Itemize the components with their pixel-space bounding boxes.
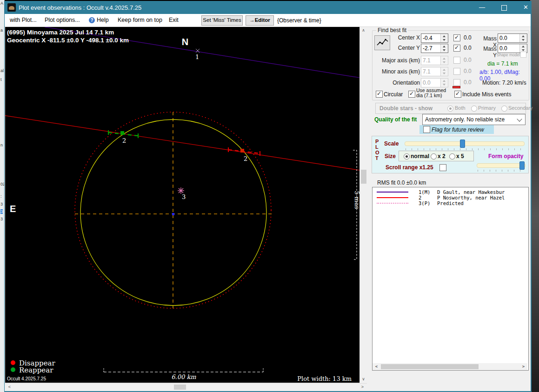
dia-text: dia = 7.1 km	[487, 60, 518, 67]
center-x-field[interactable]: -0.4	[421, 33, 448, 43]
form-opacity-slider-thumb[interactable]	[519, 161, 525, 170]
observer-time-label: {Observer & time}	[277, 17, 321, 24]
plot-vertical-scrollbar[interactable]: ∧ ∨	[359, 27, 367, 383]
major-axis-spinner	[440, 56, 448, 65]
minor-axis-field: 7.1	[421, 67, 448, 76]
observer3-name: Predicted	[437, 200, 464, 206]
chevron-down-icon	[517, 116, 522, 121]
center-y-checkbox[interactable]	[453, 45, 460, 52]
size-normal-label: normal	[411, 153, 429, 159]
mass-x-spinner[interactable]	[519, 34, 527, 42]
plot-canvas[interactable]: 1 2 2 3 5 mas	[5, 27, 359, 383]
center-x-checkbox[interactable]	[453, 34, 460, 41]
marker2b-label: 2	[244, 155, 247, 162]
horizontal-scroll-thumb[interactable]	[174, 385, 186, 390]
motion-text: Motion: 7.20 km/s	[482, 80, 526, 86]
mass-y-label: Mass Y	[480, 46, 497, 59]
help-icon[interactable]: ?	[89, 17, 95, 23]
maximize-button[interactable]	[493, 1, 514, 14]
fit-chart-button[interactable]	[374, 35, 390, 50]
minor-axis-spinner	[440, 67, 448, 76]
list-horizontal-scrollbar[interactable]: < >	[373, 363, 527, 370]
menu-with-plot[interactable]: with Plot...	[10, 17, 37, 23]
minimize-button[interactable]: —	[472, 1, 492, 14]
shape-model-label: Shape model	[497, 53, 520, 57]
scale-slider[interactable]	[405, 141, 525, 146]
center-dot	[172, 213, 174, 215]
menu-exit[interactable]: Exit	[169, 17, 179, 23]
menu-help[interactable]: Help	[97, 17, 109, 23]
circular-checkbox[interactable]	[376, 91, 383, 98]
observer1-number: 1(M)	[419, 189, 430, 195]
scale-slider-thumb[interactable]	[460, 140, 465, 148]
double-stars-secondary-radio	[501, 106, 507, 112]
plot-controls-panel: PL OT Scale Size normal x 2 x 5 Form opa…	[372, 136, 529, 173]
list-item[interactable]: 2 P Nosworthy, near Hazel	[373, 195, 528, 200]
set-miss-times-button[interactable]: Set 'Miss' Times	[201, 15, 243, 26]
marker3-label: 3	[182, 193, 186, 200]
chord-observer2	[5, 115, 359, 170]
size-normal-radio[interactable]	[404, 153, 410, 159]
menu-keep-form-on-top[interactable]: Keep form on top	[118, 17, 162, 23]
rms-fit-label: RMS fit 0.0 ±0.0 km	[377, 179, 426, 186]
list-scroll-thumb[interactable]	[381, 364, 479, 369]
include-miss-events-checkbox[interactable]	[454, 91, 461, 98]
scroll-down-icon[interactable]: ∨	[360, 376, 367, 383]
major-axis-sigma: 0.0	[464, 57, 472, 63]
observer1-line-swatch	[377, 192, 408, 193]
center-y-spinner[interactable]	[440, 44, 448, 53]
size-x2-radio[interactable]	[431, 153, 437, 159]
scroll-left-icon[interactable]: <	[6, 384, 13, 391]
list-item[interactable]: 3(P) Predicted	[373, 200, 528, 206]
list-scroll-left-icon[interactable]: <	[373, 363, 380, 370]
observer3-line-swatch	[377, 203, 408, 204]
orientation-checkbox	[453, 79, 460, 86]
compass-north-label: N	[182, 37, 188, 47]
list-scroll-right-icon[interactable]: >	[520, 363, 527, 370]
disappear-legend-dot	[11, 360, 15, 365]
chart-icon	[375, 36, 389, 49]
editor-button[interactable]: →Editor	[246, 15, 274, 26]
line-color-indicator	[452, 86, 460, 88]
menu-plot-options[interactable]: Plot options...	[45, 17, 80, 23]
double-stars-secondary-label: Secondary	[508, 105, 533, 111]
scale-bar-label: 6.00 km	[171, 373, 196, 380]
list-item[interactable]: 1(M) D Gault, near Hawkesbur	[373, 189, 528, 195]
mas-scale-label: 5 mas	[353, 191, 359, 209]
background-text-fragment: t	[0, 77, 2, 82]
size-x5-radio[interactable]	[449, 153, 455, 159]
scroll-range-checkbox[interactable]	[439, 164, 446, 171]
shape-model-checkbox[interactable]	[520, 52, 526, 58]
plot-width-label: Plot width: 13 km	[297, 375, 352, 382]
major-axis-checkbox	[453, 57, 460, 64]
observer2-name: P Nosworthy, near Hazel	[437, 195, 505, 200]
window-title: Plot event observations : Occult v.4.202…	[19, 4, 141, 11]
quality-dropdown[interactable]: Astrometry only. No reliable size	[422, 114, 526, 125]
double-stars-both-radio	[447, 106, 453, 112]
title-bar[interactable]: Plot event observations : Occult v.4.202…	[5, 1, 531, 14]
use-assumed-dia-label: Use assumed dia (7.1 km)	[416, 88, 446, 98]
minor-axis-sigma: 0.0	[464, 68, 472, 74]
app-window: Plot event observations : Occult v.4.202…	[4, 1, 532, 392]
vertical-scroll-thumb[interactable]	[361, 170, 366, 184]
background-text-fragment: :	[0, 194, 2, 199]
mass-x-field[interactable]: 0.0	[498, 33, 527, 43]
use-assumed-dia-checkbox[interactable]	[408, 91, 415, 98]
plot-horizontal-scrollbar[interactable]: < >	[5, 383, 367, 391]
scroll-right-icon[interactable]: >	[359, 384, 366, 391]
center-y-field[interactable]: -2.7	[421, 44, 448, 53]
form-opacity-ticks	[478, 170, 524, 172]
center-x-sigma: 0.0	[464, 34, 472, 41]
scroll-up-icon[interactable]: ∧	[360, 27, 367, 34]
scroll-range-label: Scroll range x1.25	[386, 164, 433, 171]
center-x-spinner[interactable]	[440, 34, 448, 42]
reappear-legend-label: Reappear	[19, 366, 53, 374]
flag-review-checkbox[interactable]	[423, 126, 430, 133]
major-axis-label: Major axis (km)	[382, 57, 420, 64]
minor-axis-label: Minor axis (km)	[382, 68, 420, 75]
find-best-fit-label: Find best fit	[376, 27, 408, 33]
find-best-fit-group: Find best fit Center X -0.4 0.0 Mass X 0…	[372, 30, 529, 100]
form-opacity-slider[interactable]	[477, 163, 526, 168]
observer-list[interactable]: 1(M) D Gault, near Hawkesbur 2 P Noswort…	[372, 187, 529, 371]
close-button[interactable]: ✕	[515, 1, 536, 14]
